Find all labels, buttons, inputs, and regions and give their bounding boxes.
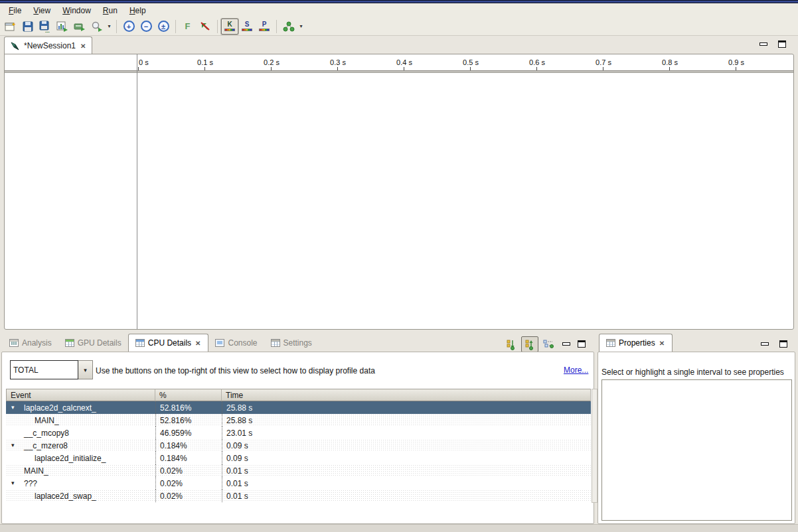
ruler-tick-label: 0.9 s [728, 58, 744, 66]
profile-chart-icon [56, 21, 68, 32]
table-row[interactable]: ▾??? 0.02% 0.01 s [6, 477, 591, 490]
stream-letter: S [245, 21, 250, 28]
status-strip [0, 524, 798, 532]
table-row[interactable]: MAIN_ 52.816% 25.88 s [6, 414, 591, 427]
call-tree-dropdown-caret[interactable]: ▾ [297, 19, 305, 34]
tab-console[interactable]: Console [208, 334, 264, 352]
marker-disabled-button[interactable] [197, 19, 214, 34]
zoom-reset-button[interactable]: ± [155, 19, 172, 34]
minimize-icon[interactable] [562, 342, 570, 346]
close-icon[interactable]: ✕ [80, 42, 86, 50]
zoom-out-icon: − [141, 21, 152, 32]
menu-help[interactable]: Help [123, 5, 152, 17]
tab-cpu-details[interactable]: CPU Details ✕ [128, 334, 209, 352]
maximize-icon[interactable] [779, 340, 787, 348]
table-row[interactable]: __c_mcopy8 46.959% 23.01 s [6, 427, 591, 439]
color-by-stream-button[interactable]: S [238, 19, 256, 34]
session-tab[interactable]: *NewSession1 ✕ [4, 36, 92, 54]
callers-view-button[interactable] [503, 336, 520, 352]
call-tree-button[interactable] [280, 19, 297, 34]
tab-settings[interactable]: Settings [264, 334, 319, 352]
cpu-view-mode-buttons [503, 336, 557, 352]
ruler-tick-label: 0.5 s [463, 58, 479, 66]
menu-file[interactable]: File [3, 5, 27, 17]
thread-selector-combo[interactable]: TOTAL ▾ [10, 360, 93, 379]
kernel-color-icon: K [224, 21, 235, 31]
svg-text:...: ... [45, 28, 50, 33]
table-row[interactable]: laplace2d_swap_ 0.02% 0.01 s [6, 490, 591, 502]
column-header-percent[interactable]: % [155, 389, 222, 401]
flat-list-icon [542, 338, 554, 350]
tab-analysis[interactable]: Analysis [3, 334, 58, 352]
detail-panel-tabbar: Analysis GPU Details CPU Details ✕ Conso… [3, 334, 319, 352]
minimize-icon[interactable] [761, 342, 769, 346]
tab-gpu-details-label: GPU Details [78, 338, 121, 348]
chevron-down-icon[interactable]: ▾ [78, 360, 93, 379]
close-icon[interactable]: ✕ [195, 340, 201, 347]
ruler-tick-label: 0.7 s [596, 58, 611, 66]
tree-down-icon [505, 338, 517, 350]
menu-run[interactable]: Run [97, 5, 123, 17]
maximize-icon[interactable] [578, 340, 586, 348]
callees-view-button[interactable] [521, 336, 538, 352]
expand-arrow-icon[interactable]: ▾ [11, 404, 15, 411]
ruler-tick-label: 0.2 s [264, 58, 279, 66]
application-window: File View Window Run Help ✦ ... [0, 0, 798, 532]
marker-f-icon: F [185, 21, 191, 31]
save-as-button[interactable]: ... [37, 19, 54, 34]
column-header-event[interactable]: Event [6, 389, 155, 401]
search-button[interactable] [88, 19, 106, 34]
table-row[interactable]: MAIN_ 0.02% 0.01 s [6, 464, 591, 477]
zoom-out-button[interactable]: − [137, 19, 155, 34]
expand-arrow-icon[interactable]: ▾ [11, 480, 15, 486]
stream-color-strip [242, 29, 252, 31]
timeline-export-icon [74, 21, 86, 32]
ruler-tick-label: 0 s [139, 58, 149, 66]
svg-text:✦: ✦ [11, 21, 17, 28]
save-button[interactable] [19, 19, 37, 34]
marker-disabled-icon [200, 21, 210, 32]
event-name: laplace2d_initialize_ [35, 454, 106, 463]
marker-f-button[interactable]: F [179, 19, 197, 34]
menu-view[interactable]: View [27, 5, 56, 17]
column-header-time[interactable]: Time [222, 389, 591, 401]
session-tab-label: *NewSession1 [24, 41, 76, 50]
maximize-icon[interactable] [778, 40, 786, 48]
session-icon [10, 41, 20, 51]
table-row[interactable]: laplace2d_initialize_ 0.184% 0.09 s [6, 452, 591, 464]
minimize-icon[interactable] [759, 42, 767, 46]
properties-icon [606, 339, 615, 347]
stream-color-icon: S [242, 21, 252, 31]
tab-properties[interactable]: Properties ✕ [599, 334, 673, 352]
event-name: laplace2d_calcnext_ [24, 403, 96, 413]
tab-gpu-details[interactable]: GPU Details [58, 334, 128, 352]
event-time: 25.88 s [222, 414, 591, 427]
flat-view-button[interactable] [540, 336, 557, 352]
thread-selector-value[interactable]: TOTAL [10, 360, 78, 379]
table-row[interactable]: ▾__c_mzero8 0.184% 0.09 s [6, 439, 591, 452]
more-link[interactable]: More... [564, 366, 588, 375]
event-name: laplace2d_swap_ [35, 492, 96, 501]
expand-arrow-icon[interactable]: ▾ [11, 442, 15, 448]
color-by-kernel-button[interactable]: K [221, 19, 238, 34]
search-dropdown-caret[interactable]: ▾ [106, 19, 113, 34]
main-toolbar: ✦ ... ▾ [0, 17, 798, 36]
color-by-process-button[interactable]: P [256, 19, 273, 34]
new-session-button[interactable]: ✦ [2, 19, 19, 34]
close-icon[interactable]: ✕ [659, 340, 665, 347]
new-session-icon: ✦ [5, 21, 17, 32]
table-row[interactable]: ▾laplace2d_calcnext_ 52.816% 25.88 s [6, 401, 591, 414]
console-icon [215, 339, 224, 347]
table-header: Event % Time [6, 389, 591, 401]
table-body: ▾laplace2d_calcnext_ 52.816% 25.88 s MAI… [6, 401, 591, 502]
toolbar-separator [217, 20, 218, 33]
profile-application-button[interactable] [54, 19, 71, 34]
zoom-reset-icon: ± [158, 21, 169, 32]
table-scrollbar[interactable] [592, 389, 598, 503]
menu-window[interactable]: Window [56, 5, 97, 17]
timeline-view[interactable]: 0 s 0.1 s 0.2 s 0.3 s 0.4 s 0.5 s 0.6 s … [4, 54, 794, 330]
export-timeline-button[interactable] [71, 19, 88, 34]
timeline-name-column-divider[interactable] [137, 54, 137, 329]
analysis-icon [9, 339, 19, 347]
zoom-in-button[interactable]: + [120, 19, 137, 34]
